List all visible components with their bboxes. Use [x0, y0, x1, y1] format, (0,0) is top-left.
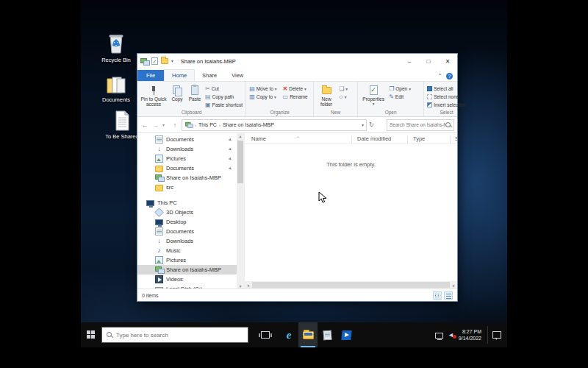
copy-button[interactable]: Copy [168, 83, 186, 103]
back-button[interactable]: ← [140, 121, 149, 129]
window-title: Share on Isaiahs-MBP [181, 58, 400, 65]
copy-to-button[interactable]: ▥ Copy to▾ [248, 93, 278, 101]
delete-button[interactable]: ✕ Delete▾ [282, 85, 309, 93]
select-all-button[interactable]: Select all [426, 85, 467, 93]
column-header-size[interactable]: Size [455, 135, 457, 142]
qat-dropdown-icon[interactable]: ▾ [171, 59, 173, 63]
paste-shortcut-button[interactable]: ▣ Paste shortcut [204, 101, 244, 109]
sidebar-item-3d-objects[interactable]: 3D Objects [137, 208, 237, 217]
select-none-button[interactable]: Select none [426, 93, 467, 101]
horizontal-scrollbar[interactable]: ◂ ▸ [245, 281, 457, 289]
large-icons-view-button[interactable] [433, 291, 442, 300]
chevron-down-icon: ▾ [345, 95, 347, 99]
file-explorer-icon [303, 331, 314, 339]
minimize-ribbon-icon[interactable]: ⌃ [437, 73, 442, 79]
new-folder-button[interactable]: New folder [315, 83, 337, 109]
sidebar-item-documents-folder-quick[interactable]: Documents➤ [137, 163, 237, 173]
tab-view[interactable]: View [224, 70, 251, 81]
navigation-pane: Documents➤ ↓ Downloads➤ Pictures➤ Docume… [137, 133, 237, 289]
tray-divider [487, 326, 488, 344]
chevron-down-icon: ▾ [345, 87, 348, 91]
sidebar-item-src[interactable]: src [137, 183, 237, 192]
scroll-right-icon[interactable]: ▸ [451, 283, 457, 288]
sidebar-item-documents-quick[interactable]: Documents➤ [137, 135, 237, 144]
sidebar-item-share-quick[interactable]: Share on Isaiahs-MBP [137, 173, 237, 183]
recent-locations-icon[interactable]: ▾ [162, 122, 168, 127]
new-item-button[interactable]: ❏▾ [337, 85, 349, 93]
pictures-icon [155, 256, 163, 264]
edit-button[interactable]: ✎ Edit [387, 93, 412, 101]
scrollbar-thumb[interactable] [252, 282, 450, 288]
tab-file[interactable]: File [137, 70, 164, 81]
sidebar-item-desktop[interactable]: Desktop [137, 217, 237, 227]
new-folder-qat-icon[interactable] [161, 58, 168, 64]
sidebar-item-downloads[interactable]: ↓ Downloads [137, 236, 237, 246]
select-none-icon [427, 94, 432, 99]
open-button[interactable]: ❒ Open▾ [387, 85, 412, 93]
task-view-button[interactable] [256, 322, 275, 347]
taskbar-ie-button[interactable]: e [279, 322, 298, 347]
breadcrumb-current[interactable]: Share on Isaiahs-MBP [223, 122, 274, 127]
copy-path-button[interactable]: ▤ Copy path [204, 93, 244, 101]
title-bar[interactable]: ✓ ▾ Share on Isaiahs-MBP – □ ✕ [137, 54, 457, 68]
column-header-type[interactable]: Type [413, 135, 425, 142]
sidebar-item-downloads-quick[interactable]: ↓ Downloads➤ [137, 144, 237, 154]
properties-qat-icon[interactable]: ✓ [151, 57, 158, 65]
media-app-icon [341, 330, 351, 340]
sidebar-item-pictures[interactable]: Pictures [137, 255, 237, 265]
taskbar-search-box[interactable] [101, 327, 248, 343]
scrollbar-thumb[interactable] [237, 141, 243, 183]
sidebar-item-this-pc[interactable]: This PC [137, 198, 237, 208]
easy-access-button[interactable]: ⬦▾ [337, 93, 349, 101]
volume-muted-icon[interactable]: ◄ [448, 331, 454, 339]
taskbar-media-button[interactable] [337, 322, 356, 347]
address-dropdown-icon[interactable]: ▾ [362, 123, 364, 127]
sidebar-item-videos[interactable]: Videos [137, 275, 237, 284]
minimize-button[interactable]: – [400, 54, 419, 68]
scroll-left-icon[interactable]: ◂ [245, 283, 251, 288]
taskbar-notepad-button[interactable] [318, 322, 337, 347]
column-header-row: ⌃ Name Date modified Type Size [245, 133, 457, 144]
pin-icon: ➤ [227, 165, 234, 171]
taskbar-clock[interactable]: 8:27 PM 9/14/2022 [459, 328, 481, 342]
tab-home[interactable]: Home [164, 69, 195, 81]
desktop-icon-documents[interactable]: Documents [93, 71, 140, 103]
close-button[interactable]: ✕ [438, 54, 457, 68]
explorer-search-input[interactable] [390, 122, 445, 127]
sidebar-item-music[interactable]: ♪ Music [137, 246, 237, 255]
column-header-date-modified[interactable]: Date modified [357, 135, 391, 142]
rename-button[interactable]: ▭ Rename [282, 93, 309, 101]
sidebar-item-share-selected[interactable]: Share on Isaiahs-MBP [137, 265, 237, 275]
help-icon[interactable]: ? [446, 73, 453, 79]
breadcrumb-this-pc[interactable]: This PC [198, 122, 217, 127]
refresh-icon[interactable]: ↻ [369, 121, 374, 128]
start-button[interactable] [81, 322, 101, 347]
invert-selection-button[interactable]: Invert selection [426, 101, 467, 109]
new-folder-icon [322, 87, 331, 94]
sidebar-scrollbar[interactable]: ▴ ▾ [237, 133, 244, 289]
cut-button[interactable]: ✂ Cut [204, 85, 244, 93]
paste-button[interactable]: Paste [186, 83, 204, 103]
taskbar-search-input[interactable] [116, 332, 243, 339]
desktop-icon-recycle-bin[interactable]: Recycle Bin [93, 31, 140, 63]
taskbar-file-explorer-button[interactable] [298, 322, 318, 347]
details-view-button[interactable] [444, 291, 453, 300]
sidebar-item-documents[interactable]: Documents [137, 227, 237, 236]
properties-button[interactable]: ✓ Properties ▾ [359, 83, 387, 108]
search-icon [107, 332, 112, 338]
tab-share[interactable]: Share [195, 70, 224, 81]
sidebar-item-pictures-quick[interactable]: Pictures➤ [137, 154, 237, 163]
file-list-pane[interactable]: ⌃ Name Date modified Type Size This fold… [244, 133, 457, 289]
maximize-button[interactable]: □ [419, 54, 438, 68]
up-button[interactable]: ↑ [171, 121, 179, 129]
network-tray-icon[interactable] [435, 333, 443, 339]
action-center-icon[interactable] [492, 331, 501, 339]
explorer-search-box[interactable] [387, 119, 454, 131]
scroll-up-icon[interactable]: ▴ [237, 133, 244, 138]
pin-to-quick-access-button[interactable]: Pin to Quick access [139, 83, 168, 109]
scroll-down-icon[interactable]: ▾ [237, 283, 244, 289]
move-to-button[interactable]: ▤ Move to▾ [248, 85, 278, 93]
column-header-name[interactable]: Name [251, 135, 266, 142]
address-bar[interactable]: › This PC › Share on Isaiahs-MBP ▾ [182, 119, 367, 131]
forward-button[interactable]: → [151, 121, 160, 129]
